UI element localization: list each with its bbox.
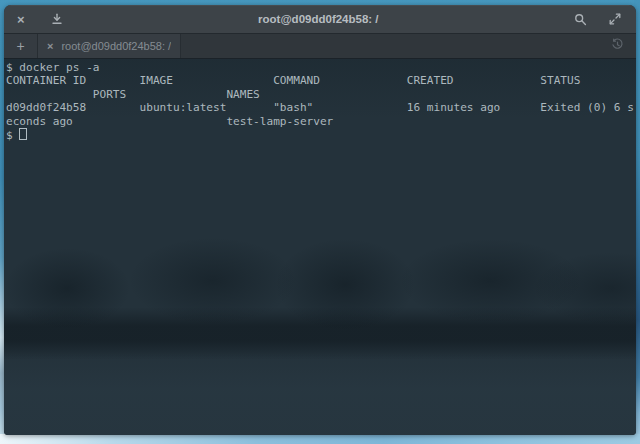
- history-icon: [611, 38, 624, 54]
- titlebar[interactable]: × root@d09dd0f24b58: /: [4, 5, 636, 34]
- terminal-cursor: [19, 128, 27, 140]
- search-icon: [574, 13, 587, 26]
- terminal-text: $ docker ps -a CONTAINER ID IMAGE COMMAN…: [4, 59, 636, 435]
- tab-bar-spacer: [181, 34, 611, 58]
- download-icon: [51, 13, 63, 25]
- tab-bar: + × root@d09dd0f24b58: /: [4, 34, 636, 59]
- prompt: $: [6, 129, 19, 142]
- terminal-prompt-line: $: [6, 128, 634, 142]
- terminal-line: d09dd0f24b58 ubuntu:latest "bash" 16 min…: [6, 101, 634, 114]
- download-button[interactable]: [51, 13, 63, 25]
- new-tab-button[interactable]: +: [4, 34, 38, 58]
- terminal-line: econds ago test-lamp-server: [6, 115, 634, 128]
- terminal-screen[interactable]: $ docker ps -a CONTAINER ID IMAGE COMMAN…: [4, 59, 636, 435]
- terminal-line: CONTAINER ID IMAGE COMMAND CREATED STATU…: [6, 74, 634, 87]
- terminal-line: $ docker ps -a: [6, 61, 634, 74]
- tab-title: root@d09dd0f24b58: /: [61, 40, 171, 52]
- search-button[interactable]: [574, 13, 587, 26]
- desktop: { "titlebar": { "title": "root@d09dd0f24…: [0, 0, 640, 444]
- window-title: root@d09dd0f24b58: /: [63, 13, 574, 25]
- tab-close-button[interactable]: ×: [47, 41, 53, 52]
- terminal-line: PORTS NAMES: [6, 88, 634, 101]
- expand-icon: [609, 13, 621, 25]
- fullscreen-button[interactable]: [609, 13, 621, 25]
- terminal-window: × root@d09dd0f24b58: /: [4, 5, 636, 435]
- window-close-button[interactable]: ×: [17, 13, 25, 26]
- desktop-wallpaper-bottom-edge: [0, 434, 640, 444]
- history-button[interactable]: [611, 34, 636, 58]
- tab-active[interactable]: × root@d09dd0f24b58: /: [38, 34, 181, 58]
